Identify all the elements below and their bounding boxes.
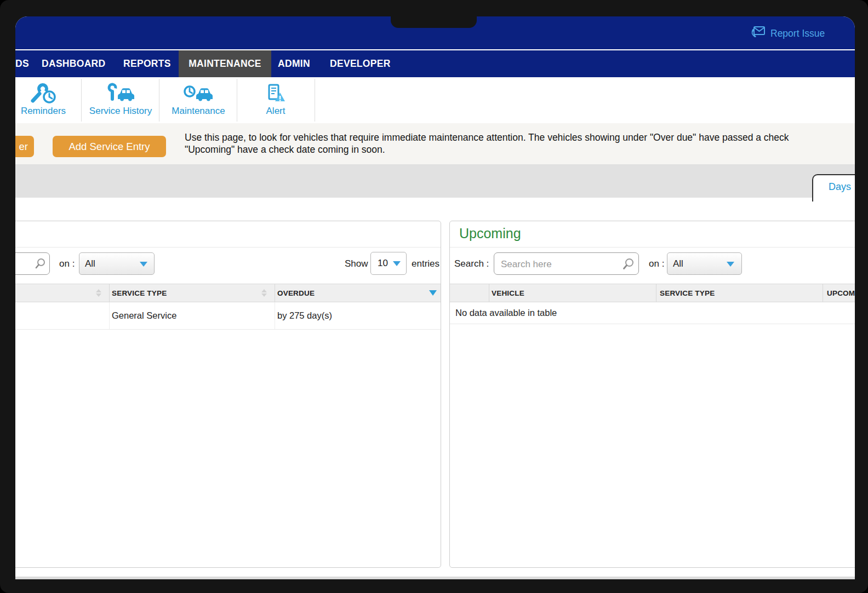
toolbar-divider	[159, 79, 159, 122]
upcoming-col-vehicle[interactable]: VEHICLE	[492, 284, 524, 303]
add-reminder-button-clipped[interactable]: er	[15, 136, 34, 157]
nav-item-maintenance[interactable]: MAINTENANCE	[179, 50, 271, 77]
device-frame: Report Issue DS DASHBOARD REPORTS MAINTE…	[0, 0, 868, 593]
report-issue-link[interactable]: Report Issue	[750, 24, 825, 43]
upcoming-filter-value: All	[673, 258, 683, 269]
nav-item-admin[interactable]: ADMIN	[278, 50, 310, 77]
toolbar-item-reminders[interactable]: Reminders	[15, 77, 82, 123]
nav-item-developer[interactable]: DEVELOPER	[330, 50, 391, 77]
search-icon	[621, 257, 636, 272]
screen-notch	[391, 16, 477, 28]
toolbar-label-service-history: Service History	[85, 106, 156, 117]
toolbar-label-alert: Alert	[248, 106, 303, 117]
app-window: Report Issue DS DASHBOARD REPORTS MAINTE…	[15, 16, 855, 579]
nav-item-dashboard[interactable]: DASHBOARD	[42, 50, 105, 77]
upcoming-on-label: on :	[649, 253, 664, 275]
add-service-entry-button[interactable]: Add Service Entry	[53, 136, 166, 157]
overdue-on-label: on :	[59, 253, 75, 275]
overdue-search-box[interactable]	[15, 252, 50, 275]
nav-item-ds[interactable]: DS	[15, 50, 29, 77]
column-divider	[656, 284, 656, 302]
chevron-down-icon	[393, 261, 401, 266]
nav-item-reports[interactable]: REPORTS	[123, 50, 171, 77]
column-divider	[109, 284, 110, 302]
page-help-line1: Use this page, to look for vehicles that…	[185, 131, 789, 143]
tab-days[interactable]: Days	[812, 174, 855, 201]
main-nav: DS DASHBOARD REPORTS MAINTENANCE ADMIN D…	[15, 50, 855, 77]
report-issue-icon	[750, 25, 766, 42]
upcoming-panel-title: Upcoming	[459, 226, 521, 241]
page-help-line2: "Upcoming" have a check date coming in s…	[185, 143, 789, 156]
overdue-filter-value: All	[85, 258, 95, 269]
empty-message: No data available in table	[455, 302, 557, 324]
sort-desc-icon	[429, 290, 437, 296]
upcoming-search-box[interactable]	[494, 252, 639, 275]
toolbar-item-alert[interactable]: Alert	[248, 77, 303, 123]
overdue-panel: on : All Show 10 entries SERVICE TYPE OV…	[15, 221, 441, 568]
overdue-filter-dropdown[interactable]: All	[79, 252, 155, 275]
show-label: Show	[345, 253, 368, 275]
upcoming-table-header: VEHICLE SERVICE TYPE UPCOMING	[450, 284, 855, 302]
cell-overdue: by 275 day(s)	[277, 302, 332, 329]
toolbar-label-reminders: Reminders	[15, 106, 82, 117]
column-divider	[823, 284, 823, 302]
report-issue-label: Report Issue	[770, 28, 825, 39]
toolbar-label-maintenance: Maintenance	[163, 106, 233, 117]
show-entries-select[interactable]: 10	[370, 252, 407, 275]
toolbar-item-maintenance[interactable]: Maintenance	[163, 77, 233, 123]
upcoming-panel: Upcoming Search : on : All VEHICLE	[449, 221, 855, 568]
show-entries-value: 10	[378, 258, 388, 268]
toolbar-divider	[315, 79, 315, 122]
toolbar-divider	[237, 79, 237, 122]
upcoming-col-service-type[interactable]: SERVICE TYPE	[660, 284, 715, 303]
search-icon	[34, 257, 47, 270]
overdue-search-input[interactable]	[15, 255, 33, 274]
overdue-col-overdue[interactable]: OVERDUE	[277, 284, 315, 303]
overdue-col-vehicle[interactable]	[15, 284, 109, 303]
filter-band	[15, 164, 855, 198]
entries-label: entries	[412, 253, 439, 275]
chevron-down-icon	[140, 262, 147, 267]
column-divider	[275, 284, 275, 302]
empty-table-row: No data available in table	[450, 302, 855, 324]
column-divider	[489, 284, 489, 302]
page-help-text: Use this page, to look for vehicles that…	[185, 131, 789, 156]
overdue-col-service-type[interactable]: SERVICE TYPE	[112, 284, 167, 303]
table-row[interactable]: General Service by 275 day(s)	[15, 302, 441, 330]
toolbar-divider	[81, 79, 82, 122]
page-bottom-strip	[15, 577, 855, 579]
sort-icon	[261, 289, 267, 297]
panel-title-divider	[15, 247, 441, 247]
maintenance-toolbar: Reminders Service History	[15, 77, 855, 124]
upcoming-filter-dropdown[interactable]: All	[667, 252, 742, 275]
toolbar-item-service-history[interactable]: Service History	[85, 77, 156, 123]
upcoming-search-label: Search :	[454, 253, 489, 275]
panel-title-divider	[450, 247, 855, 247]
upcoming-search-input[interactable]	[500, 255, 617, 274]
overdue-table-header: SERVICE TYPE OVERDUE	[15, 284, 441, 302]
column-divider	[275, 302, 275, 329]
chevron-down-icon	[727, 262, 734, 267]
cell-service-type: General Service	[112, 302, 176, 329]
column-divider	[109, 302, 110, 329]
sort-icon	[96, 289, 101, 297]
upcoming-col-blank[interactable]	[450, 284, 489, 303]
upcoming-col-upcoming[interactable]: UPCOMING	[827, 284, 855, 303]
action-bar: er Add Service Entry Use this page, to l…	[15, 123, 855, 164]
